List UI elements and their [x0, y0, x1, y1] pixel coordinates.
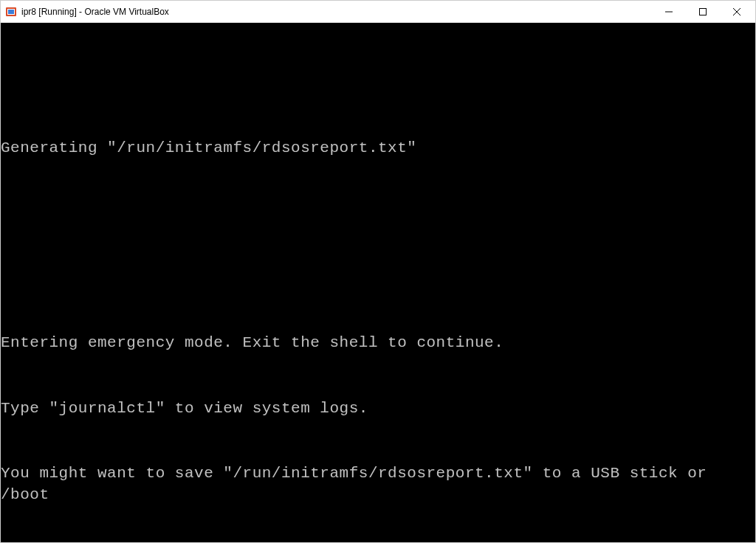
minimize-button[interactable]: [652, 1, 686, 22]
terminal-line: [1, 72, 755, 94]
terminal-line: [1, 202, 755, 224]
window-controls: [652, 1, 754, 22]
terminal-line: You might want to save "/run/initramfs/r…: [1, 463, 755, 506]
virtualbox-icon: [5, 6, 17, 18]
virtualbox-window: ipr8 [Running] - Oracle VM VirtualBox Ge…: [0, 0, 756, 543]
window-title: ipr8 [Running] - Oracle VM VirtualBox: [21, 7, 169, 17]
terminal-line: Generating "/run/initramfs/rdsosreport.t…: [1, 137, 755, 159]
terminal-output[interactable]: Generating "/run/initramfs/rdsosreport.t…: [1, 23, 755, 542]
terminal-line: [1, 267, 755, 288]
maximize-button[interactable]: [686, 1, 720, 22]
terminal-line: Entering emergency mode. Exit the shell …: [1, 332, 755, 353]
terminal-line: Type "journalctl" to view system logs.: [1, 398, 755, 419]
svg-rect-2: [8, 10, 14, 14]
window-titlebar[interactable]: ipr8 [Running] - Oracle VM VirtualBox: [1, 1, 755, 23]
svg-rect-4: [700, 8, 707, 15]
close-button[interactable]: [720, 1, 754, 22]
